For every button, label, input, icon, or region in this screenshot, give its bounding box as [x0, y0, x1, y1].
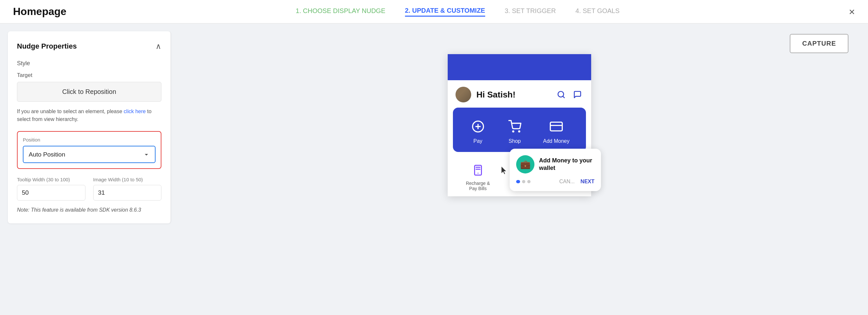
step-2[interactable]: 2. UPDATE & CUSTOMIZE	[405, 7, 485, 17]
tooltip-width-input[interactable]	[17, 185, 86, 200]
target-label: Target	[17, 72, 161, 78]
phone-header: Hi Satish!	[448, 80, 591, 107]
tooltip-width-label: Tooltip Width (30 to 100)	[17, 177, 86, 182]
nudge-icon: 💼	[516, 155, 534, 174]
step-1[interactable]: 1. CHOOSE DISPLAY NUDGE	[296, 7, 385, 16]
svg-rect-7	[550, 122, 562, 131]
nudge-footer: CAN... NEXT	[516, 179, 594, 185]
left-panel: Nudge Properties ∧ Style Target Click to…	[8, 31, 171, 223]
hint-text-before: If you are unable to select an element, …	[17, 108, 124, 114]
dot-active	[516, 180, 520, 183]
panel-header: Nudge Properties ∧	[17, 42, 161, 51]
collapse-button[interactable]: ∧	[156, 42, 161, 51]
action-shop[interactable]: Shop	[506, 118, 523, 144]
click-here-link[interactable]: click here	[124, 108, 146, 114]
action-card: Pay Shop	[453, 107, 586, 152]
panel-title: Nudge Properties	[17, 42, 76, 51]
image-width-input[interactable]	[93, 185, 162, 200]
shop-icon	[506, 118, 523, 135]
width-row: Tooltip Width (30 to 100) Image Width (1…	[17, 177, 161, 200]
header: Homepage 1. CHOOSE DISPLAY NUDGE 2. UPDA…	[0, 0, 868, 24]
hint-text: If you are unable to select an element, …	[17, 107, 161, 123]
style-label: Style	[17, 60, 161, 67]
image-width-label: Image Width (10 to 50)	[93, 177, 162, 182]
position-label: Position	[23, 137, 156, 143]
phone-mockup: Hi Satish!	[448, 54, 591, 196]
nudge-progress-dots	[516, 180, 530, 183]
action-add-money[interactable]: Add Money	[543, 118, 570, 144]
avatar	[456, 87, 471, 102]
bottom-recharge[interactable]: Recharge &Pay Bills	[466, 162, 490, 191]
nudge-next-button[interactable]: NEXT	[580, 179, 594, 185]
svg-point-5	[513, 131, 514, 132]
greeting-text: Hi Satish!	[476, 90, 555, 100]
action-pay[interactable]: Pay	[469, 118, 487, 144]
image-width-group: Image Width (10 to 50)	[93, 177, 162, 200]
phone-banner	[448, 54, 591, 80]
close-button[interactable]: ×	[849, 6, 855, 17]
step-3[interactable]: 3. SET TRIGGER	[505, 7, 556, 16]
avatar-image	[456, 87, 471, 102]
position-select[interactable]: Auto Position Top Bottom Left Right	[23, 146, 156, 163]
recharge-label: Recharge &Pay Bills	[466, 181, 490, 191]
svg-line-1	[563, 96, 564, 98]
tooltip-nudge: 💼 Add Money to your wallet CAN... NEXT	[510, 149, 601, 191]
phone-header-icons	[555, 89, 583, 100]
nudge-cancel-button[interactable]: CAN...	[559, 179, 575, 185]
reposition-button[interactable]: Click to Reposition	[17, 82, 161, 102]
right-panel: CAPTURE Hi Satish!	[171, 24, 868, 315]
pay-label: Pay	[473, 138, 483, 144]
nudge-title: Add Money to your wallet	[539, 157, 594, 172]
note-text: Note: This feature is available from SDK…	[17, 207, 161, 213]
svg-point-6	[519, 131, 520, 132]
shop-label: Shop	[509, 138, 521, 144]
add-money-label: Add Money	[543, 138, 570, 144]
dot-2	[527, 180, 530, 183]
step-4[interactable]: 4. SET GOALS	[576, 7, 620, 16]
tooltip-width-group: Tooltip Width (30 to 100)	[17, 177, 86, 200]
steps-nav: 1. CHOOSE DISPLAY NUDGE 2. UPDATE & CUST…	[296, 7, 620, 17]
page-title: Homepage	[13, 5, 66, 18]
pay-icon	[469, 118, 487, 135]
nudge-actions: CAN... NEXT	[559, 179, 594, 185]
search-icon[interactable]	[555, 89, 567, 100]
position-section: Position Auto Position Top Bottom Left R…	[17, 131, 161, 169]
recharge-icon	[470, 162, 486, 178]
chat-icon[interactable]	[571, 89, 583, 100]
add-money-icon	[548, 118, 565, 135]
capture-button[interactable]: CAPTURE	[790, 34, 848, 53]
dot-1	[522, 180, 525, 183]
main-content: Nudge Properties ∧ Style Target Click to…	[0, 24, 868, 315]
nudge-header: 💼 Add Money to your wallet	[516, 155, 594, 174]
